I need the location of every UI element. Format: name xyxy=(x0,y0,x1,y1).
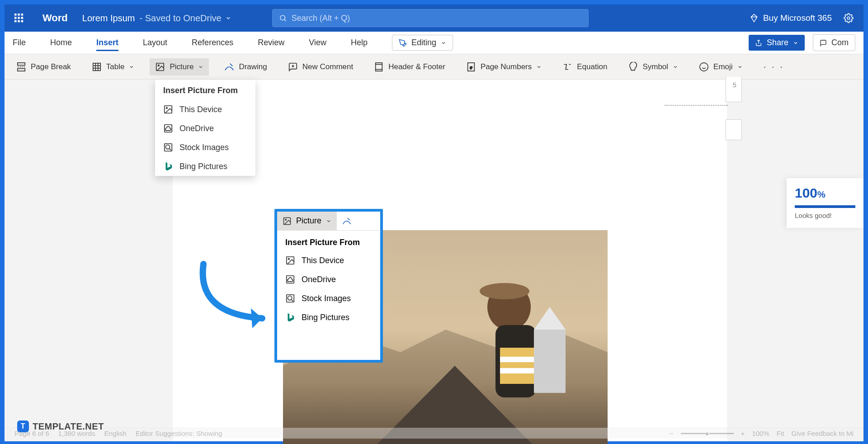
callout-item-this-device[interactable]: This Device xyxy=(277,251,380,270)
status-feedback[interactable]: Give Feedback to Mi xyxy=(791,430,854,438)
svg-point-9 xyxy=(280,15,285,20)
svg-line-52 xyxy=(170,149,171,151)
svg-point-33 xyxy=(700,62,708,71)
svg-rect-44 xyxy=(534,330,566,393)
onedrive-icon xyxy=(163,123,173,133)
page-break-button[interactable]: Page Break xyxy=(11,58,76,76)
score-value: 100 xyxy=(795,185,817,200)
callout-picture-label: Picture xyxy=(296,216,321,226)
tab-review[interactable]: Review xyxy=(258,34,284,51)
symbol-label: Symbol xyxy=(642,62,668,71)
chevron-down-icon xyxy=(326,218,331,224)
search-input[interactable]: Search (Alt + Q) xyxy=(272,9,589,27)
search-icon xyxy=(279,14,287,22)
menu-header: Insert Picture From xyxy=(155,80,255,100)
drawing-button[interactable]: Drawing xyxy=(219,58,272,76)
status-suggestions[interactable]: Editor Suggestions: Showing xyxy=(136,430,222,437)
callout-item-bing-pictures[interactable]: Bing Pictures xyxy=(277,308,380,327)
app-launcher-icon[interactable] xyxy=(8,7,30,29)
callout-label: Bing Pictures xyxy=(302,313,349,322)
menu-item-onedrive[interactable]: OneDrive xyxy=(155,119,255,138)
picture-icon xyxy=(155,62,165,72)
svg-rect-7 xyxy=(18,20,20,23)
picture-dropdown-menu: Insert Picture From This Device OneDrive… xyxy=(155,80,255,176)
more-commands-button[interactable]: · · · xyxy=(758,61,790,73)
header-footer-label: Header & Footer xyxy=(388,62,445,71)
page-break-label: Page Break xyxy=(31,62,71,71)
menu-item-this-device[interactable]: This Device xyxy=(155,100,255,119)
buy-microsoft-365[interactable]: Buy Microsoft 365 xyxy=(750,13,832,23)
tab-help[interactable]: Help xyxy=(351,34,368,51)
menu-label: Bing Pictures xyxy=(179,162,227,171)
header-footer-button[interactable]: Header & Footer xyxy=(368,58,451,76)
picture-label: Picture xyxy=(170,62,193,71)
svg-rect-15 xyxy=(18,62,25,65)
svg-line-61 xyxy=(292,300,293,302)
tab-file[interactable]: File xyxy=(13,34,26,51)
page-break-icon xyxy=(16,62,26,72)
watermark-text: TEMPLATE.NET xyxy=(33,421,104,432)
svg-rect-3 xyxy=(14,17,17,19)
drawing-label: Drawing xyxy=(239,62,267,71)
stock-images-icon xyxy=(163,142,173,152)
svg-rect-5 xyxy=(21,17,24,19)
callout-item-onedrive[interactable]: OneDrive xyxy=(277,270,380,289)
picture-button[interactable]: Picture xyxy=(150,58,209,76)
document-canvas: 5 xyxy=(5,80,863,441)
status-zoom[interactable]: 100% xyxy=(752,430,769,438)
callout-item-stock-images[interactable]: Stock Images xyxy=(277,289,380,308)
zoom-in-button[interactable]: + xyxy=(741,430,745,438)
chevron-down-icon xyxy=(673,64,678,70)
menu-item-stock-images[interactable]: Stock Images xyxy=(155,138,255,157)
editor-progress-bar xyxy=(795,205,855,208)
chevron-down-icon xyxy=(225,15,231,21)
document-title[interactable]: Lorem Ipsum - Saved to OneDrive xyxy=(82,13,231,24)
callout-drawing-button[interactable] xyxy=(337,212,357,230)
menu-label: OneDrive xyxy=(179,124,214,133)
emoji-button[interactable]: Emoji xyxy=(693,58,748,76)
svg-point-57 xyxy=(288,258,289,260)
zoom-out-button[interactable]: − xyxy=(670,430,674,438)
new-comment-icon xyxy=(288,62,298,72)
watermark-badge: T xyxy=(17,420,29,432)
table-button[interactable]: Table xyxy=(86,58,140,76)
svg-rect-18 xyxy=(93,63,101,71)
tab-references[interactable]: References xyxy=(192,34,233,51)
menu-item-bing-pictures[interactable]: Bing Pictures xyxy=(155,157,255,176)
svg-point-13 xyxy=(847,17,850,19)
ruler-tick-5: 5 xyxy=(733,81,736,89)
share-icon xyxy=(755,39,762,47)
zoom-slider[interactable]: ━━━━━━●━━━━━━ xyxy=(681,430,734,438)
tab-insert[interactable]: Insert xyxy=(96,34,118,51)
svg-point-46 xyxy=(480,283,529,299)
svg-point-24 xyxy=(158,65,160,66)
stock-images-icon xyxy=(285,293,295,303)
comment-icon xyxy=(820,39,827,47)
share-button[interactable]: Share xyxy=(749,35,805,51)
settings-icon[interactable] xyxy=(844,13,854,23)
equation-icon xyxy=(562,62,572,72)
callout-picture-button[interactable]: Picture xyxy=(277,212,337,230)
tab-layout[interactable]: Layout xyxy=(143,34,167,51)
symbol-button[interactable]: Symbol xyxy=(623,58,684,76)
page-numbers-button[interactable]: # Page Numbers xyxy=(461,58,547,76)
status-fit[interactable]: Fit xyxy=(777,430,784,438)
picture-icon xyxy=(283,217,292,226)
svg-text:#: # xyxy=(470,65,472,70)
comments-button[interactable]: Com xyxy=(813,34,855,51)
svg-rect-27 xyxy=(376,62,382,71)
tab-view[interactable]: View xyxy=(309,34,326,51)
emoji-icon xyxy=(699,62,709,72)
tab-home[interactable]: Home xyxy=(50,34,72,51)
page-break-indicator xyxy=(665,105,728,106)
editing-mode-button[interactable]: Editing xyxy=(392,35,453,51)
app-name: Word xyxy=(42,12,68,24)
equation-button[interactable]: Equation xyxy=(557,58,613,76)
bing-icon xyxy=(163,161,173,171)
status-language[interactable]: English xyxy=(104,430,126,437)
new-comment-button[interactable]: New Comment xyxy=(283,58,359,76)
table-icon xyxy=(92,62,102,72)
score-percent: % xyxy=(817,189,826,199)
callout-menu-header: Insert Picture From xyxy=(277,231,380,251)
editor-score-panel[interactable]: 100% Looks good! xyxy=(787,178,863,228)
